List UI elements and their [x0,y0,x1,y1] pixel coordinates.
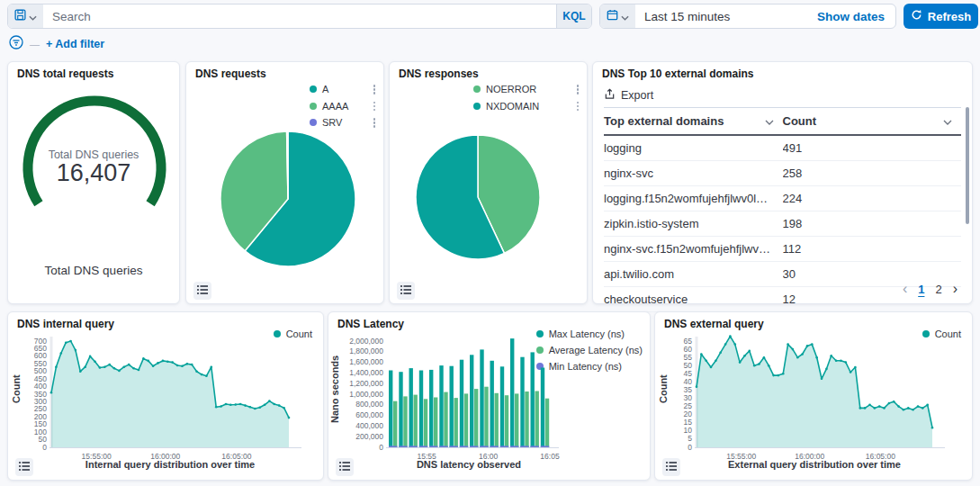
pagination-page-2[interactable]: 2 [935,283,941,296]
legend-item[interactable]: SRV [310,117,376,129]
query-language-badge[interactable]: KQL [556,4,591,28]
sort-chevron-icon [943,114,952,128]
cell-domain: logging.f15n2womfujehfjlwv0lgs3nog.... [604,186,783,212]
saved-query-menu-button[interactable] [8,4,43,28]
svg-text:25: 25 [684,401,693,410]
panel-dns-top-external-domains: DNS Top 10 external domains Export Top e… [592,61,973,304]
legend-label: SRV [322,117,342,128]
column-header-label: Count [783,114,817,128]
cell-domain: logging [604,135,783,161]
svg-text:1,600,000: 1,600,000 [349,357,383,366]
svg-text:40: 40 [684,377,693,386]
pagination-prev-icon[interactable]: ‹ [903,282,907,296]
svg-text:1,400,000: 1,400,000 [349,368,383,377]
time-range-value[interactable]: Last 15 minutes [635,4,806,28]
chevron-down-icon [621,10,629,23]
table-row: zipkin.istio-system198 [604,212,961,237]
legend-label: NOERROR [486,84,536,94]
refresh-icon [911,9,922,23]
svg-text:1,800,000: 1,800,000 [349,346,383,356]
panel-data-list-button[interactable] [662,458,680,476]
svg-text:35: 35 [684,385,693,394]
svg-text:55: 55 [684,353,693,362]
legend-menu-icon[interactable] [576,84,580,95]
cell-count: 198 [783,212,962,237]
legend-menu-icon[interactable] [373,84,377,95]
sort-chevron-icon [765,114,774,128]
legend-dot [473,103,481,110]
area-chart: 0501001502002503003504004505005506006507… [8,330,325,465]
search-input[interactable] [43,4,556,28]
panel-dns-requests: DNS requests AAAAASRV [185,61,384,304]
filter-icon[interactable] [9,35,23,53]
panel-dns-total-requests: DNS total requests Total DNS queries 16,… [7,61,180,304]
svg-text:20: 20 [684,410,693,418]
show-dates-link[interactable]: Show dates [806,4,895,28]
svg-text:15: 15 [684,418,693,427]
legend-label: A [322,84,328,94]
list-icon [400,284,411,298]
panel-data-list-button[interactable] [15,458,33,476]
export-icon [604,88,616,103]
legend-menu-icon[interactable] [576,101,580,112]
svg-text:65: 65 [684,337,693,346]
svg-text:200,000: 200,000 [355,432,383,441]
column-header-label: Top external domains [604,114,724,128]
list-icon [339,461,350,474]
calendar-icon [607,9,618,23]
panel-title: DNS Top 10 external domains [602,68,754,80]
pagination-next-icon[interactable]: › [953,282,958,296]
cell-domain: nginx-svc.f15n2womfujehfjlwv0lgs3no... [604,237,783,262]
svg-text:800,000: 800,000 [355,400,383,409]
panel-data-list-button[interactable] [397,282,415,300]
panel-data-list-button[interactable] [193,282,211,300]
legend-label: NXDOMAIN [486,101,539,112]
pagination: ‹12› [903,282,958,296]
svg-text:400,000: 400,000 [355,421,383,430]
legend: NOERRORNXDOMAIN [473,84,580,112]
legend-item[interactable]: NOERROR [473,84,580,95]
svg-text:60: 60 [684,345,693,354]
date-picker-calendar-button[interactable] [600,4,635,28]
column-header-domains[interactable]: Top external domains [604,108,783,136]
pagination-page-1[interactable]: 1 [918,283,924,296]
svg-text:45: 45 [684,369,693,378]
gauge-bottom-label: Total DNS queries [8,264,179,277]
cell-domain: checkoutservice [604,287,783,312]
chevron-down-icon [29,10,37,23]
pie-chart [415,134,541,260]
panel-dns-latency: DNS Latency Max Latency (ns)Average Late… [328,311,651,481]
pie-chart [220,130,356,267]
legend-dot [310,119,317,126]
panel-title: DNS responses [399,68,479,80]
export-button[interactable]: Export [604,88,653,103]
column-header-count[interactable]: Count [783,108,962,136]
panel-title: DNS internal query [17,318,114,330]
panel-title: DNS requests [195,68,266,80]
panel-title: DNS external query [664,318,764,330]
add-filter-link[interactable]: + Add filter [46,38,104,50]
filter-bar: — + Add filter [9,35,104,53]
refresh-button[interactable]: Refresh [904,4,978,29]
svg-text:10: 10 [684,426,693,435]
svg-text:1,000,000: 1,000,000 [349,390,383,399]
cell-count: 491 [783,135,962,161]
legend-menu-icon[interactable] [373,101,377,112]
legend-item[interactable]: AAAA [310,101,376,112]
table-row: nginx-svc258 [604,161,961,186]
refresh-label: Refresh [928,10,971,23]
legend-label: AAAA [322,101,348,112]
table-scrollbar[interactable] [966,107,969,224]
legend-menu-icon[interactable] [373,117,377,129]
legend-item[interactable]: A [310,84,376,95]
legend: AAAAASRV [310,84,376,129]
panel-dns-internal-query: DNS internal query Count Count 050100150… [7,311,324,481]
legend-item[interactable]: NXDOMAIN [473,101,580,112]
svg-text:700: 700 [34,337,47,346]
panel-dns-external-query: DNS external query Count Count 051015202… [654,311,973,481]
list-icon [19,461,30,474]
table-row: nginx-svc.f15n2womfujehfjlwv0lgs3no...11… [604,237,961,262]
svg-text:0: 0 [688,443,692,452]
panel-data-list-button[interactable] [336,458,354,476]
svg-text:5: 5 [688,434,692,443]
